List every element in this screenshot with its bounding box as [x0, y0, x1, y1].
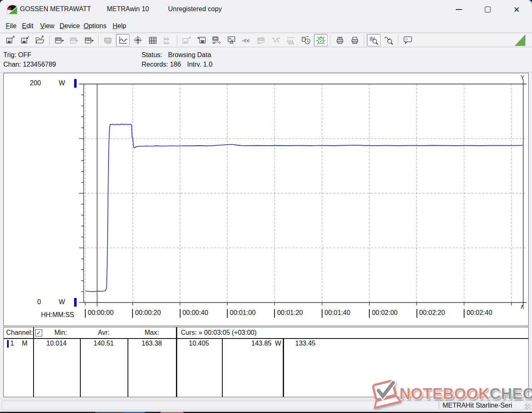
- menu-device[interactable]: Device: [58, 22, 82, 31]
- x-tick-text: 00:02:20: [419, 309, 445, 317]
- histogram-view-button: [161, 34, 174, 46]
- pulse-wave-icon: [286, 36, 296, 45]
- formula-function-button[interactable]: =f(x): [239, 34, 253, 46]
- right-cursor-bottom-handle[interactable]: ∧: [520, 303, 525, 310]
- x-tick-text: 00:00:00: [88, 309, 113, 317]
- y-min-label: 0: [22, 298, 41, 306]
- device-save-icon: [197, 36, 207, 45]
- menu-help[interactable]: Help: [111, 22, 128, 31]
- online-monitor-button[interactable]: [224, 34, 238, 46]
- table-header-underline: [4, 338, 528, 339]
- device-m-icon: M: [84, 36, 94, 45]
- x-tick-label: 00:01:20: [274, 309, 303, 318]
- svg-text:!?: !?: [405, 38, 408, 41]
- right-cursor-top-handle[interactable]: Y: [520, 74, 525, 81]
- resize-grip[interactable]: [525, 403, 531, 410]
- disk-import-icon: [20, 36, 30, 45]
- zoom-data-button[interactable]: [367, 34, 380, 46]
- menu-options[interactable]: Options: [82, 22, 108, 31]
- crosshair-scope-icon: [133, 36, 143, 45]
- read-device-memory-button[interactable]: M: [82, 34, 96, 46]
- license-note: Unregistered copy: [168, 5, 222, 13]
- save-file-button[interactable]: [3, 34, 17, 46]
- menu-view[interactable]: View: [39, 22, 56, 31]
- device-321-icon: 321: [256, 36, 266, 45]
- device-settings-button[interactable]: [209, 34, 223, 46]
- table-divider: [33, 327, 34, 397]
- display-1257-icon: 1257: [103, 36, 113, 45]
- x-tick-label: 00:02:20: [416, 309, 445, 318]
- print-button[interactable]: [348, 34, 361, 46]
- xy-scope-view-button[interactable]: [131, 34, 144, 46]
- device-config-icon: [212, 36, 221, 45]
- x-tick-mark: [180, 309, 181, 318]
- table-divider: [176, 327, 177, 397]
- svg-text:321: 321: [71, 38, 75, 41]
- zoom-wave-icon: [369, 36, 379, 45]
- x-tick-text: 00:00:20: [135, 309, 161, 317]
- statusbar-device-segment: METRAHit Starline-Seri: [440, 401, 527, 410]
- power-chart[interactable]: [4, 73, 528, 326]
- app-window: GOSSEN METRAWATT METRAwin 10 Unregistere…: [0, 0, 532, 413]
- close-button[interactable]: ✕: [508, 3, 525, 16]
- interval-value: Intrv. 1.0: [187, 61, 212, 68]
- y-max-label: 200: [22, 79, 41, 87]
- x-tick-mark: [132, 309, 133, 318]
- x-tick-text: 00:01:20: [277, 309, 303, 317]
- table-divider: [80, 339, 81, 397]
- export-disk-icon: [182, 36, 192, 45]
- folder-open-icon: [35, 36, 45, 45]
- menubar: File Edit View Device Options Help: [0, 19, 532, 32]
- col-header-max: Max:: [128, 329, 176, 336]
- close-icon: ✕: [513, 6, 520, 14]
- table-view-button[interactable]: [146, 34, 159, 46]
- chart-view-button[interactable]: [116, 34, 130, 46]
- histogram-icon: [163, 36, 173, 45]
- open-file-button[interactable]: [33, 34, 47, 46]
- read-from-device-button[interactable]: 321: [52, 34, 66, 46]
- minimize-button[interactable]: [450, 3, 467, 16]
- x-tick-label: 00:00:40: [180, 309, 208, 318]
- x-tick-label: 00:02:40: [464, 309, 492, 318]
- device-321-in-icon: 321: [69, 36, 79, 45]
- col-header-cursor: Curs: » 00:03:05 (+03:00): [181, 329, 257, 336]
- debug-monitor-button[interactable]: [314, 34, 327, 46]
- channel-row-color-marker: [7, 340, 9, 348]
- x-tick-text: 00:02:00: [372, 309, 397, 317]
- maximize-button[interactable]: [479, 3, 496, 16]
- save-device-data-button[interactable]: [195, 34, 208, 46]
- line-chart-icon: [118, 36, 128, 45]
- x-tick-mark: [227, 309, 228, 318]
- toolbar-corner-triangle: [515, 34, 525, 46]
- x-tick-text: 00:02:40: [467, 309, 492, 317]
- send-to-device-button: 321: [67, 34, 81, 46]
- x-tick-text: 00:01:40: [325, 309, 350, 317]
- table-divider: [128, 339, 128, 397]
- minimize-icon: [456, 9, 462, 10]
- toolbar-separator: [330, 35, 330, 46]
- callout-icon: !?: [403, 36, 413, 45]
- toolbar-separator: [364, 35, 364, 46]
- program-title: METRAwin 10: [107, 5, 149, 13]
- zoom-mode-button[interactable]: [382, 34, 395, 46]
- annotation-help-button[interactable]: !?: [401, 34, 414, 46]
- status-panel: Trig: OFF Chan: 123456789 Status: Browsi…: [0, 48, 532, 72]
- cursor-delta-value: 133.45: [295, 340, 315, 347]
- interval-timer-button[interactable]: [299, 34, 313, 46]
- device-name: METRAHit Starline-Seri: [443, 402, 512, 409]
- y-unit-bottom: W: [59, 298, 65, 306]
- disk-export-icon: [5, 36, 15, 45]
- chart-panel[interactable]: 200 W 0 W HH:MM:SS 00:00:0000:00:2000:00…: [3, 73, 529, 326]
- device-display-button: 321: [254, 34, 268, 46]
- channel-list: Chan: 123456789: [3, 61, 56, 68]
- print-preview-button[interactable]: [333, 34, 347, 46]
- x-tick-label: 00:00:20: [132, 309, 161, 318]
- export-data-button: [180, 34, 193, 46]
- x-tick-label: 00:02:00: [369, 309, 397, 318]
- wave-markers-button: [269, 34, 283, 46]
- channel-number: 1: [10, 340, 14, 347]
- menu-edit[interactable]: Edit: [20, 22, 35, 31]
- save-file-as-button[interactable]: [18, 34, 32, 46]
- menu-file[interactable]: File: [4, 22, 18, 31]
- svg-text:1257: 1257: [106, 39, 110, 41]
